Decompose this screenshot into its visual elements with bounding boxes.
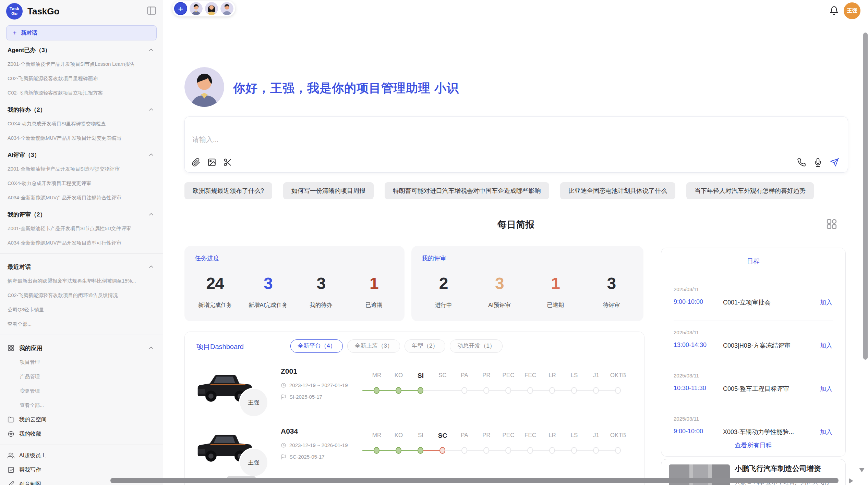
milestone-label: PA: [461, 372, 468, 379]
chevron-up-icon[interactable]: [148, 263, 155, 270]
chevron-up-icon[interactable]: [148, 345, 155, 351]
view-all-apps-link[interactable]: 查看全部...: [0, 398, 163, 412]
dashboard-tab[interactable]: 全新上装（3）: [347, 339, 400, 353]
divider: [0, 445, 163, 445]
recent-chat-item[interactable]: 解释最新出台的欧盟报废车法规再生塑料比例被调至15%...: [0, 274, 163, 288]
chevron-up-icon[interactable]: [148, 151, 155, 158]
clock-icon: [281, 443, 286, 448]
chevron-up-icon[interactable]: [148, 106, 155, 113]
suggestion-chip[interactable]: 当下年轻人对汽车外观有怎样的喜好趋势: [686, 182, 814, 199]
suggestion-chip[interactable]: 比亚迪全固态电池计划具体说了什么: [560, 182, 675, 199]
sidebar-group: AI评审（3）Z001-全新燃油轻卡产品开发项目SI造型提交物评审C0X4-动力…: [0, 148, 163, 205]
vertical-scrollbar[interactable]: [863, 33, 868, 360]
recent-chat-item[interactable]: 公司Q3轻卡销量: [0, 302, 163, 317]
sidebar-item[interactable]: C02-飞腾新能源轻客改款项目里程碑画布: [0, 71, 163, 86]
app-item[interactable]: 项目管理: [0, 355, 163, 369]
app-item[interactable]: 变更管理: [0, 384, 163, 398]
event-join-link[interactable]: 加入: [820, 428, 832, 436]
chevron-up-icon[interactable]: [148, 211, 155, 218]
sidebar-shortcut[interactable]: 我的云空间: [0, 412, 163, 427]
milestone-label: FEC: [525, 432, 536, 439]
send-icon[interactable]: [830, 158, 839, 167]
attachment-icon[interactable]: [192, 158, 201, 167]
folder-icon: [8, 416, 14, 423]
scroll-down-arrow[interactable]: [859, 468, 865, 472]
daily-briefing-title: 每日简报: [184, 219, 847, 231]
owner-badge: 王强: [239, 388, 268, 417]
recent-chat-item[interactable]: C02-飞腾新能源轻客改款项目的闭环通告反馈情况: [0, 288, 163, 302]
image-upload-icon[interactable]: [207, 158, 216, 167]
sidebar-item[interactable]: C0X4-动力总成开发项目工程变更评审: [0, 176, 163, 190]
agent-avatar-1[interactable]: [190, 2, 203, 15]
add-session-button[interactable]: ＋: [174, 2, 187, 15]
sidebar-item[interactable]: C0X4-动力总成开发项目SI里程碑提交物检查: [0, 116, 163, 131]
view-all-chats-link[interactable]: 查看全部...: [0, 317, 163, 331]
scroll-right-arrow[interactable]: [849, 478, 853, 484]
sidebar-group-header[interactable]: AI评审（3）: [0, 148, 163, 162]
milestone-node: [549, 387, 555, 394]
dashboard-tab[interactable]: 动总开发（1）: [450, 339, 502, 353]
sidebar-shortcut[interactable]: 我的收藏: [0, 427, 163, 441]
microphone-icon[interactable]: [813, 158, 822, 167]
stat-label: 新增完成任务: [189, 301, 242, 309]
sidebar-item[interactable]: A034-全新新能源MUV产品开发项目计划变更表编写: [0, 131, 163, 145]
recent-chats-header[interactable]: 最近对话: [0, 260, 163, 274]
sidebar-item[interactable]: Z001-全新燃油轻卡产品开发项目SI造型提交物评审: [0, 162, 163, 176]
new-chat-button[interactable]: ＋ 新对话: [6, 25, 157, 40]
milestone-track-done: [362, 390, 421, 391]
milestone-label: J1: [593, 372, 599, 379]
view-all-schedule-link[interactable]: 查看所有日程: [661, 441, 845, 449]
horizontal-scrollbar[interactable]: [110, 478, 839, 483]
sidebar-item[interactable]: C02-飞腾新能源轻客改款项目立项汇报方案: [0, 86, 163, 100]
collapse-sidebar-icon[interactable]: [146, 5, 157, 16]
divider: [674, 407, 833, 407]
dashboard-tab[interactable]: 全新平台（4）: [290, 339, 343, 353]
divider: [674, 321, 833, 321]
agent-avatar-3[interactable]: [220, 2, 233, 15]
suggestion-chip[interactable]: 欧洲新规最近颁布了什么?: [184, 182, 272, 199]
user-avatar[interactable]: 王强: [844, 2, 860, 19]
project-flag-text: SI-2025-05-17: [289, 394, 322, 400]
milestone-label: SI: [418, 372, 424, 380]
sidebar-item[interactable]: A034-全新新能源MUV产品开发项目法规符合性评审: [0, 190, 163, 205]
project-dates: 2023-12-19 ~ 2026-01-19: [281, 442, 348, 448]
sidebar-item[interactable]: A034-全新新能源MUV产品开发项目造型可行性评审: [0, 236, 163, 250]
dashboard-tab[interactable]: 年型（2）: [405, 339, 445, 353]
event-join-link[interactable]: 加入: [820, 385, 832, 393]
sidebar-group-header[interactable]: 我的待办（2）: [0, 103, 163, 116]
suggestion-chip[interactable]: 特朗普可能对进口汽车增税会对中国车企造成哪些影响: [385, 182, 549, 199]
event-join-link[interactable]: 加入: [820, 298, 832, 307]
chat-input[interactable]: [192, 135, 502, 144]
sidebar-item[interactable]: Z001-全新燃油轻卡产品开发项目SI节点属性5D文件评审: [0, 221, 163, 236]
briefing-layout-icon[interactable]: [825, 218, 838, 230]
briefing-card-my-reviews: 我的评审2进行中3AI预评审1已逾期3待评审: [411, 246, 643, 321]
briefing-stat: 2进行中: [415, 274, 471, 309]
briefing-stat: 3AI预评审: [471, 274, 527, 309]
agent-avatar-2[interactable]: [205, 2, 218, 15]
stat-label: 已逾期: [348, 301, 401, 309]
milestone-label: MR: [372, 372, 381, 379]
sidebar-tool[interactable]: AI超级员工: [0, 448, 163, 463]
sidebar-group-title: 我的评审（2）: [8, 211, 46, 219]
sidebar-group-header[interactable]: 我的评审（2）: [0, 208, 163, 221]
event-time: 9:00-10:00: [674, 298, 703, 306]
briefing-stats: 24新增完成任务3新增AI完成任务3我的待办1已逾期: [189, 274, 400, 309]
sidebar-item[interactable]: Z001-全新燃油皮卡产品开发项目SI节点Lesson Learn报告: [0, 57, 163, 71]
app-item[interactable]: 产品管理: [0, 369, 163, 384]
milestone-node: [461, 447, 467, 454]
milestone-label: SC: [438, 432, 447, 439]
sidebar-group: 我的待办（2）C0X4-动力总成开发项目SI里程碑提交物检查A034-全新新能源…: [0, 103, 163, 145]
chevron-up-icon[interactable]: [148, 47, 155, 53]
notifications-bell-icon[interactable]: [829, 6, 839, 15]
screenshot-scissors-icon[interactable]: [223, 158, 232, 167]
stat-value: 3: [471, 274, 527, 293]
sidebar-group-header[interactable]: Agent已办（3）: [0, 43, 163, 57]
stat-value: 3: [242, 274, 295, 293]
event-join-link[interactable]: 加入: [820, 341, 832, 350]
sidebar-tool[interactable]: 帮我写作: [0, 463, 163, 477]
sidebar-group: 我的评审（2）Z001-全新燃油轻卡产品开发项目SI节点属性5D文件评审A034…: [0, 208, 163, 250]
sidebar-group-title: Agent已办（3）: [8, 46, 51, 54]
suggestion-chip[interactable]: 如何写一份清晰的项目周报: [283, 182, 374, 199]
voice-call-icon[interactable]: [797, 158, 806, 167]
my-apps-header[interactable]: 我的应用: [0, 341, 163, 355]
